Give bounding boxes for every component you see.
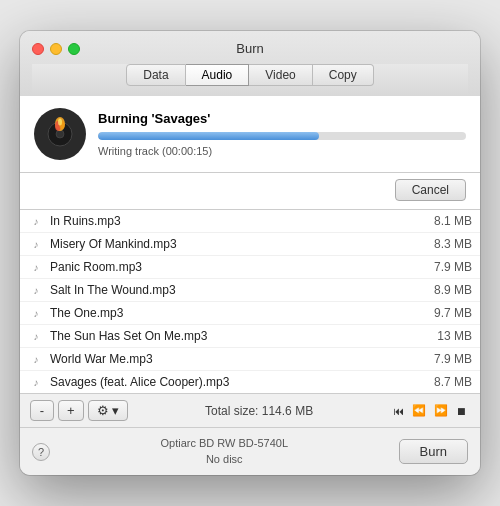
add-button[interactable]: +	[58, 400, 84, 421]
file-size: 8.9 MB	[422, 283, 472, 297]
file-row: ♪ Savages (feat. Alice Cooper).mp3 8.7 M…	[20, 371, 480, 393]
disc-drive-label: Optiarc BD RW BD-5740L	[50, 436, 399, 451]
footer: ? Optiarc BD RW BD-5740L No disc Burn	[20, 428, 480, 475]
file-icon: ♪	[28, 374, 44, 390]
file-size: 8.1 MB	[422, 214, 472, 228]
file-name: Misery Of Mankind.mp3	[50, 237, 414, 251]
bottom-toolbar: - + ⚙ ▾ Total size: 114.6 MB ⏮ ⏪ ⏩ ⏹	[20, 394, 480, 428]
settings-button[interactable]: ⚙ ▾	[88, 400, 129, 421]
file-name: Salt In The Wound.mp3	[50, 283, 414, 297]
file-icon: ♪	[28, 282, 44, 298]
file-name: World War Me.mp3	[50, 352, 414, 366]
total-size-label: Total size: 114.6 MB	[132, 404, 386, 418]
progress-content: Burning 'Savages' Writing track (00:00:1…	[98, 111, 466, 157]
svg-point-6	[58, 119, 62, 126]
burn-status: Writing track (00:00:15)	[98, 145, 466, 157]
file-name: In Ruins.mp3	[50, 214, 414, 228]
maximize-button[interactable]	[68, 43, 80, 55]
file-icon: ♪	[28, 259, 44, 275]
window-title: Burn	[32, 41, 468, 64]
burn-title: Burning 'Savages'	[98, 111, 466, 126]
file-row: ♪ Salt In The Wound.mp3 8.9 MB	[20, 279, 480, 302]
progress-bar-fill	[98, 132, 319, 140]
file-size: 7.9 MB	[422, 352, 472, 366]
help-button[interactable]: ?	[32, 443, 50, 461]
burn-progress-area: Burning 'Savages' Writing track (00:00:1…	[20, 96, 480, 173]
svg-point-2	[56, 130, 64, 138]
file-row: ♪ Misery Of Mankind.mp3 8.3 MB	[20, 233, 480, 256]
disc-status-label: No disc	[50, 452, 399, 467]
close-button[interactable]	[32, 43, 44, 55]
file-name: The One.mp3	[50, 306, 414, 320]
file-size: 13 MB	[422, 329, 472, 343]
file-size: 8.3 MB	[422, 237, 472, 251]
remove-button[interactable]: -	[30, 400, 54, 421]
file-size: 7.9 MB	[422, 260, 472, 274]
next-button[interactable]: ⏩	[431, 403, 451, 418]
minimize-button[interactable]	[50, 43, 62, 55]
file-name: Panic Room.mp3	[50, 260, 414, 274]
tab-data[interactable]: Data	[126, 64, 185, 86]
title-bar: Burn Data Audio Video Copy	[20, 31, 480, 96]
progress-bar-track	[98, 132, 466, 140]
file-row: ♪ In Ruins.mp3 8.1 MB	[20, 210, 480, 233]
disc-icon	[34, 108, 86, 160]
tab-video[interactable]: Video	[249, 64, 312, 86]
burn-window: Burn Data Audio Video Copy Burning '	[20, 31, 480, 475]
cancel-row: Cancel	[20, 173, 480, 210]
file-icon: ♪	[28, 328, 44, 344]
tab-copy[interactable]: Copy	[313, 64, 374, 86]
file-icon: ♪	[28, 213, 44, 229]
rewind-button[interactable]: ⏮	[390, 404, 407, 418]
cancel-button[interactable]: Cancel	[395, 179, 466, 201]
file-name: The Sun Has Set On Me.mp3	[50, 329, 414, 343]
file-row: ♪ The Sun Has Set On Me.mp3 13 MB	[20, 325, 480, 348]
burn-button[interactable]: Burn	[399, 439, 468, 464]
file-size: 9.7 MB	[422, 306, 472, 320]
tab-audio[interactable]: Audio	[186, 64, 250, 86]
playback-controls: ⏮ ⏪ ⏩ ⏹	[390, 403, 470, 418]
file-row: ♪ Panic Room.mp3 7.9 MB	[20, 256, 480, 279]
file-icon: ♪	[28, 236, 44, 252]
file-icon: ♪	[28, 351, 44, 367]
stop-button[interactable]: ⏹	[453, 404, 470, 418]
file-size: 8.7 MB	[422, 375, 472, 389]
file-row: ♪ The One.mp3 9.7 MB	[20, 302, 480, 325]
tab-bar: Data Audio Video Copy	[32, 64, 468, 96]
file-name: Savages (feat. Alice Cooper).mp3	[50, 375, 414, 389]
prev-button[interactable]: ⏪	[409, 403, 429, 418]
traffic-lights	[32, 43, 80, 55]
disc-info: Optiarc BD RW BD-5740L No disc	[50, 436, 399, 467]
file-icon: ♪	[28, 305, 44, 321]
file-row: ♪ World War Me.mp3 7.9 MB	[20, 348, 480, 371]
file-list: ♪ In Ruins.mp3 8.1 MB ♪ Misery Of Mankin…	[20, 210, 480, 394]
